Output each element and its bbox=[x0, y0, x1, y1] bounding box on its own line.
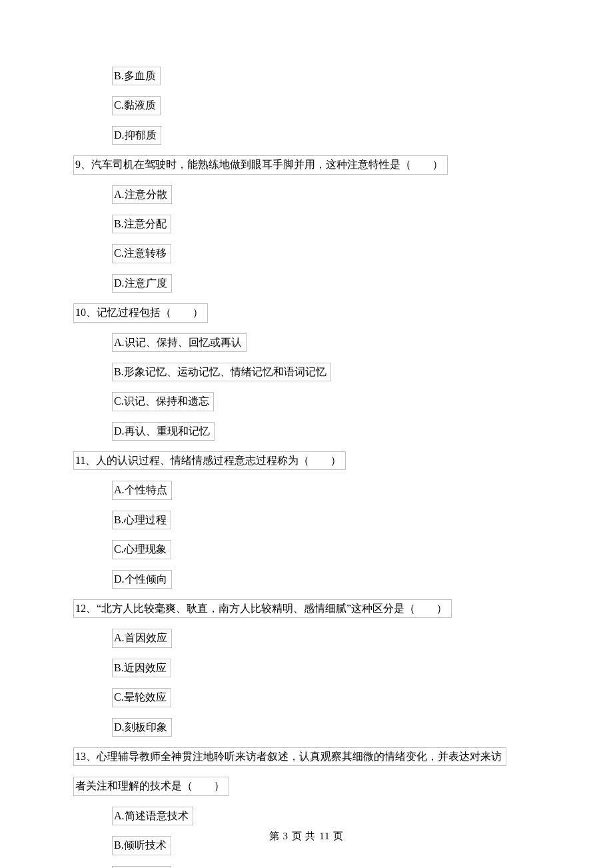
option-text: D.个性倾向 bbox=[112, 570, 172, 589]
question-12: 12、“北方人比较毫爽、耿直，南方人比较精明、感情细腻”这种区分是（ ） bbox=[73, 599, 540, 618]
option-item: B.注意分配 bbox=[112, 215, 540, 233]
option-text: C.注意转移 bbox=[112, 244, 171, 263]
question-text: 13、心理辅导教师全神贯注地聆听来访者叙述，认真观察其细微的情绪变化，并表达对来… bbox=[73, 747, 506, 766]
option-text: D.刻板印象 bbox=[112, 718, 172, 737]
option-item: A.首因效应 bbox=[112, 629, 540, 647]
document-page: B.多血质 C.黏液质 D.抑郁质 9、汽车司机在驾驶时，能熟练地做到眼耳手脚并… bbox=[0, 0, 613, 868]
option-text: B.注意分配 bbox=[112, 215, 171, 233]
option-item: A.注意分散 bbox=[112, 185, 540, 204]
option-item: D.个性倾向 bbox=[112, 570, 540, 589]
option-text: A.简述语意技术 bbox=[112, 807, 193, 825]
option-text: A.个性特点 bbox=[112, 481, 172, 499]
option-item: C.提问技术 bbox=[112, 866, 540, 868]
option-item: C.黏液质 bbox=[112, 96, 540, 115]
option-item: A.简述语意技术 bbox=[112, 807, 540, 825]
option-item: A.识记、保持、回忆或再认 bbox=[112, 333, 540, 352]
question-text: 12、“北方人比较毫爽、耿直，南方人比较精明、感情细腻”这种区分是（ ） bbox=[73, 599, 452, 618]
page-footer: 第 3 页 共 11 页 bbox=[0, 830, 613, 843]
question-10: 10、记忆过程包括（ ） bbox=[73, 303, 540, 322]
option-text: D.抑郁质 bbox=[112, 126, 161, 145]
option-text: A.识记、保持、回忆或再认 bbox=[112, 333, 247, 352]
question-13-line2: 者关注和理解的技术是（ ） bbox=[73, 777, 540, 795]
option-text: B.多血质 bbox=[112, 67, 161, 85]
option-item: B.形象记忆、运动记忆、情绪记忆和语词记忆 bbox=[112, 363, 540, 381]
option-item: B.近因效应 bbox=[112, 659, 540, 677]
question-text: 9、汽车司机在驾驶时，能熟练地做到眼耳手脚并用，这种注意特性是（ ） bbox=[73, 155, 448, 174]
option-text: A.注意分散 bbox=[112, 185, 172, 204]
option-item: D.抑郁质 bbox=[112, 126, 540, 145]
question-text: 11、人的认识过程、情绪情感过程意志过程称为（ ） bbox=[73, 451, 346, 470]
option-text: B.心理过程 bbox=[112, 511, 171, 529]
option-item: D.刻板印象 bbox=[112, 718, 540, 737]
option-item: D.注意广度 bbox=[112, 274, 540, 293]
question-11: 11、人的认识过程、情绪情感过程意志过程称为（ ） bbox=[73, 451, 540, 470]
option-item: D.再认、重现和记忆 bbox=[112, 422, 540, 441]
option-text: C.提问技术 bbox=[112, 866, 171, 868]
question-text: 10、记忆过程包括（ ） bbox=[73, 303, 208, 322]
page-number: 第 3 页 共 11 页 bbox=[269, 831, 344, 841]
option-item: B.心理过程 bbox=[112, 511, 540, 529]
option-text: C.黏液质 bbox=[112, 96, 161, 115]
option-item: B.多血质 bbox=[112, 67, 540, 85]
question-text: 者关注和理解的技术是（ ） bbox=[73, 777, 229, 795]
option-item: C.心理现象 bbox=[112, 540, 540, 559]
option-text: B.近因效应 bbox=[112, 659, 171, 677]
option-item: C.晕轮效应 bbox=[112, 688, 540, 707]
option-item: C.识记、保持和遗忘 bbox=[112, 392, 540, 411]
option-text: D.注意广度 bbox=[112, 274, 172, 293]
option-text: C.晕轮效应 bbox=[112, 688, 171, 707]
option-text: C.心理现象 bbox=[112, 540, 171, 559]
question-9: 9、汽车司机在驾驶时，能熟练地做到眼耳手脚并用，这种注意特性是（ ） bbox=[73, 155, 540, 174]
option-text: C.识记、保持和遗忘 bbox=[112, 392, 214, 411]
question-13-line1: 13、心理辅导教师全神贯注地聆听来访者叙述，认真观察其细微的情绪变化，并表达对来… bbox=[73, 747, 540, 766]
option-text: A.首因效应 bbox=[112, 629, 172, 647]
option-text: B.形象记忆、运动记忆、情绪记忆和语词记忆 bbox=[112, 363, 331, 381]
option-text: D.再认、重现和记忆 bbox=[112, 422, 215, 441]
option-item: A.个性特点 bbox=[112, 481, 540, 499]
option-item: C.注意转移 bbox=[112, 244, 540, 263]
